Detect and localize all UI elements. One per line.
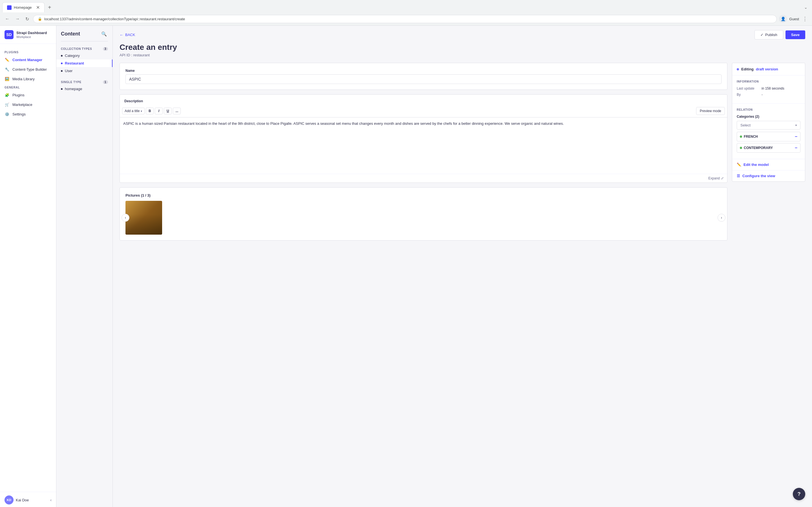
back-arrow-icon: ← bbox=[119, 33, 123, 37]
logo-subtitle: Workplace bbox=[16, 35, 47, 39]
browser-tab-homepage[interactable]: Homepage ✕ bbox=[2, 2, 45, 12]
sidebar-item-marketplace-label: Marketplace bbox=[12, 103, 33, 107]
content-item-user[interactable]: User bbox=[56, 67, 112, 75]
main-area: ← BACK ✓ Publish Save Create an entry AP… bbox=[113, 25, 812, 507]
name-input[interactable] bbox=[125, 74, 721, 84]
remove-contemporary-button[interactable]: − bbox=[795, 145, 797, 151]
sidebar-item-content-type-builder[interactable]: 🔧 Content-Type Builder bbox=[0, 64, 56, 74]
browser-chrome: Homepage ✕ + ⌄ ← → ↻ 🔒 localhost:1337/ad… bbox=[0, 0, 812, 25]
contemporary-label: CONTEMPORARY bbox=[744, 146, 773, 150]
help-button[interactable]: ? bbox=[793, 488, 805, 500]
draft-link[interactable]: draft version bbox=[756, 67, 778, 71]
media-library-icon: 🖼️ bbox=[4, 76, 10, 81]
content-item-homepage[interactable]: homepage bbox=[56, 85, 112, 93]
homepage-label: homepage bbox=[65, 87, 82, 91]
edit-model-icon: ✏️ bbox=[737, 163, 741, 167]
add-title-select[interactable]: Add a title ▾ bbox=[122, 108, 145, 114]
sidebar-item-plugins[interactable]: 🧩 Plugins bbox=[0, 90, 56, 100]
expand-button[interactable]: Expand ⤢ bbox=[708, 176, 724, 180]
plugins-section-label: PLUGINS bbox=[0, 48, 56, 55]
content-panel-header: Content 🔍 bbox=[56, 30, 112, 41]
expand-label: Expand bbox=[708, 176, 720, 180]
sidebar-collapse-button[interactable]: ‹ bbox=[50, 498, 52, 502]
name-label: Name bbox=[125, 69, 721, 73]
reload-browser-button[interactable]: ↻ bbox=[24, 15, 31, 23]
expand-bar: Expand ⤢ bbox=[120, 174, 727, 182]
lock-icon: 🔒 bbox=[38, 17, 42, 21]
back-browser-button[interactable]: ← bbox=[3, 15, 11, 22]
french-dot bbox=[740, 135, 742, 138]
bold-button[interactable]: B bbox=[146, 108, 154, 114]
info-section-label: INFORMATION bbox=[737, 80, 801, 83]
main-content: Name Description Add a title ▾ B I bbox=[113, 63, 812, 247]
sidebar: SD Strapi Dashboard Workplace PLUGINS ✏️… bbox=[0, 25, 56, 507]
header-actions: ✓ Publish Save bbox=[755, 30, 805, 40]
preview-mode-button[interactable]: Preview mode bbox=[696, 107, 725, 115]
content-manager-icon: ✏️ bbox=[4, 57, 10, 62]
browser-menu-button[interactable]: ⋮ bbox=[801, 15, 809, 23]
sidebar-item-media-library[interactable]: 🖼️ Media Library bbox=[0, 74, 56, 83]
tab-list-button[interactable]: ⌄ bbox=[802, 4, 810, 11]
more-button[interactable]: ... bbox=[173, 108, 181, 114]
content-search-button[interactable]: 🔍 bbox=[100, 30, 108, 38]
by-val: - bbox=[762, 93, 763, 97]
info-last-update-row: Last update in 158 seconds bbox=[737, 87, 801, 91]
description-card: Description Add a title ▾ B I U ... Prev… bbox=[119, 94, 727, 183]
categories-title: Categories (2) bbox=[737, 115, 801, 119]
info-by-row: By - bbox=[737, 93, 801, 97]
edit-model-label: Edit the model bbox=[744, 163, 769, 167]
profile-button[interactable]: 👤 bbox=[779, 15, 787, 23]
restaurant-dot bbox=[61, 62, 63, 64]
sidebar-item-marketplace[interactable]: 🛒 Marketplace bbox=[0, 100, 56, 109]
logo-initials: SD bbox=[6, 33, 11, 37]
sidebar-footer: KD Kai Doe ‹ bbox=[0, 492, 56, 507]
edit-model-button[interactable]: ✏️ Edit the model bbox=[732, 159, 805, 170]
add-title-label: Add a title bbox=[124, 109, 140, 113]
save-button[interactable]: Save bbox=[785, 31, 805, 39]
publish-check-icon: ✓ bbox=[760, 33, 763, 37]
picture-carousel: ‹ › bbox=[125, 201, 721, 235]
address-text: localhost:1337/admin/content-manager/col… bbox=[44, 17, 185, 21]
single-type-count: 1 bbox=[103, 80, 108, 84]
configure-view-button[interactable]: ☰ Configure the view bbox=[732, 170, 805, 181]
sidebar-item-content-manager[interactable]: ✏️ Content Manager bbox=[0, 55, 56, 64]
restaurant-picture bbox=[125, 201, 162, 235]
user-label: User bbox=[65, 69, 72, 73]
last-update-val: in 158 seconds bbox=[762, 87, 784, 91]
tab-label: Homepage bbox=[14, 5, 32, 10]
category-dot bbox=[61, 55, 63, 57]
configure-view-icon: ☰ bbox=[737, 174, 740, 178]
new-tab-button[interactable]: + bbox=[46, 3, 54, 12]
draft-badge-text: Editing bbox=[741, 67, 754, 71]
rich-text-toolbar: Add a title ▾ B I U ... Preview mode bbox=[120, 105, 727, 117]
italic-button[interactable]: I bbox=[155, 108, 163, 114]
content-panel-title: Content bbox=[61, 31, 80, 37]
select-chevron-icon: ▾ bbox=[795, 124, 797, 127]
sidebar-logo: SD Strapi Dashboard Workplace bbox=[0, 25, 56, 44]
general-section-label: GENERAL bbox=[0, 83, 56, 90]
profile-label: Guest bbox=[789, 17, 799, 21]
tab-close-button[interactable]: ✕ bbox=[36, 5, 40, 10]
pictures-header: Pictures (1 / 3) bbox=[125, 193, 721, 198]
description-content[interactable]: ASPIC is a human sized Parisian restaura… bbox=[120, 117, 727, 174]
publish-label: Publish bbox=[765, 33, 777, 37]
configure-view-label: Configure the view bbox=[742, 174, 775, 178]
categories-select[interactable]: Select ▾ bbox=[737, 121, 801, 129]
content-item-restaurant[interactable]: Restaurant bbox=[56, 59, 112, 67]
back-link[interactable]: ← BACK bbox=[119, 33, 135, 37]
picture-next-button[interactable]: › bbox=[718, 214, 725, 222]
name-card: Name bbox=[119, 63, 727, 90]
info-section: INFORMATION Last update in 158 seconds B… bbox=[732, 75, 805, 103]
page-subtitle: API ID : restaurant bbox=[113, 53, 812, 63]
sidebar-item-settings[interactable]: ⚙️ Settings bbox=[0, 109, 56, 119]
relation-section-label: RELATION bbox=[737, 108, 801, 111]
user-avatar: KD bbox=[4, 496, 13, 504]
picture-prev-button[interactable]: ‹ bbox=[121, 214, 130, 222]
content-item-category[interactable]: Category bbox=[56, 52, 112, 59]
publish-button[interactable]: ✓ Publish bbox=[755, 30, 783, 40]
forward-browser-button[interactable]: → bbox=[13, 15, 21, 22]
address-bar[interactable]: 🔒 localhost:1337/admin/content-manager/c… bbox=[33, 15, 777, 23]
remove-french-button[interactable]: − bbox=[795, 134, 797, 139]
relation-section: RELATION Categories (2) Select ▾ FRENCH … bbox=[732, 103, 805, 159]
underline-button[interactable]: U bbox=[164, 108, 172, 114]
